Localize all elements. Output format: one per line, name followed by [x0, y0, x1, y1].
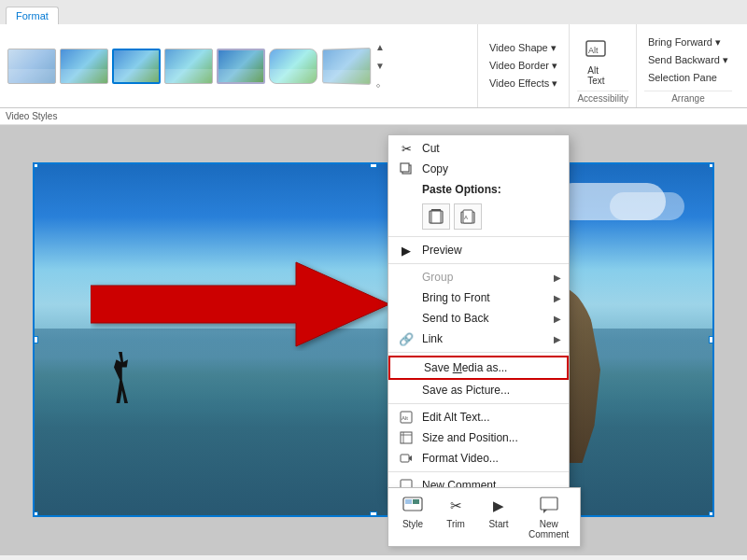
- group-icon: [398, 269, 415, 286]
- ctx-link[interactable]: 🔗 Link ▶: [388, 329, 569, 349]
- mini-toolbar: Style ✂ Trim ▶ Start NewComment: [388, 487, 581, 547]
- mini-start-label: Start: [488, 519, 508, 529]
- tab-format[interactable]: Format: [6, 7, 59, 24]
- ribbon-right: Video Shape ▾ Video Border ▾ Video Effec…: [477, 24, 740, 107]
- video-adjust-group: Video Shape ▾ Video Border ▾ Video Effec…: [477, 24, 569, 107]
- beach-background: [35, 164, 712, 515]
- video-container: [0, 125, 747, 554]
- ctx-divider-2: [388, 263, 569, 264]
- send-to-back-icon: [398, 310, 415, 327]
- paste-btn-1[interactable]: [422, 203, 450, 230]
- video-effects-btn[interactable]: Video Effects ▾: [486, 76, 561, 91]
- handle-top-left[interactable]: [33, 162, 38, 168]
- svg-rect-16: [401, 455, 409, 462]
- save-media-icon: [400, 359, 416, 376]
- handle-middle-left[interactable]: [33, 336, 38, 343]
- arrange-group: Bring Forward ▾ Send Backward ▾ Selectio…: [636, 24, 740, 107]
- mini-style-icon: [400, 495, 426, 517]
- save-as-picture-icon: [398, 382, 415, 399]
- handle-bottom-middle[interactable]: [370, 511, 377, 517]
- mini-start-btn[interactable]: ▶ Start: [482, 492, 515, 542]
- water: [35, 329, 712, 515]
- accessibility-group: Alt AltText Accessibility: [569, 24, 635, 107]
- video-styles-section: ▲ ▼ ⬦: [7, 24, 477, 107]
- accessibility-buttons: Alt AltText: [577, 28, 627, 91]
- video-style-thumb-4[interactable]: [164, 49, 213, 84]
- ctx-group[interactable]: Group ▶: [388, 267, 569, 287]
- handle-top-middle[interactable]: [370, 162, 377, 168]
- handle-middle-right[interactable]: [709, 336, 714, 343]
- bring-forward-btn[interactable]: Bring Forward ▾: [644, 35, 732, 50]
- video-style-thumb-3[interactable]: [112, 49, 161, 84]
- context-menu: ✂ Cut Copy Paste Options: A ▶ Preview: [388, 134, 570, 499]
- styles-scroll-down[interactable]: ▼: [375, 61, 385, 71]
- ctx-save-media-as[interactable]: Save Media as...: [388, 356, 569, 380]
- handle-top-right[interactable]: [709, 162, 714, 168]
- mini-style-btn[interactable]: Style: [396, 492, 430, 542]
- ctx-cut[interactable]: ✂ Cut: [388, 138, 569, 159]
- ribbon: ▲ ▼ ⬦ Video Shape ▾ Video Border ▾ Video…: [0, 24, 747, 108]
- video-styles-label: Video Styles: [6, 111, 57, 121]
- ctx-format-video[interactable]: Format Video...: [388, 448, 569, 469]
- paste-btn-2[interactable]: A: [454, 203, 482, 230]
- svg-rect-21: [405, 499, 412, 504]
- bring-forward-label: Bring Forward ▾: [648, 36, 721, 49]
- video-shape-btn[interactable]: Video Shape ▾: [486, 40, 561, 56]
- svg-text:Alt: Alt: [402, 415, 408, 421]
- svg-rect-23: [541, 497, 557, 510]
- mini-comment-icon: [536, 495, 562, 517]
- video-style-thumb-1[interactable]: [7, 49, 56, 84]
- video-border-btn[interactable]: Video Border ▾: [486, 58, 561, 74]
- mini-trim-label: Trim: [446, 519, 465, 529]
- ctx-divider-3: [388, 352, 569, 353]
- mini-trim-btn[interactable]: ✂ Trim: [439, 492, 472, 542]
- cut-icon: ✂: [398, 140, 415, 157]
- selection-pane-btn[interactable]: Selection Pane: [644, 70, 732, 85]
- ctx-paste-header: Paste Options:: [388, 179, 569, 200]
- video-adjust-buttons: Video Shape ▾ Video Border ▾ Video Effec…: [486, 28, 561, 104]
- video-styles-label-bar: Video Styles: [0, 108, 747, 125]
- handle-bottom-left[interactable]: [33, 511, 38, 517]
- svg-text:A: A: [464, 215, 468, 220]
- ctx-size-position[interactable]: Size and Position...: [388, 427, 569, 448]
- ctx-copy[interactable]: Copy: [388, 159, 569, 179]
- size-position-icon: [398, 429, 415, 446]
- ctx-save-as-picture[interactable]: Save as Picture...: [388, 380, 569, 400]
- edit-alt-text-icon: Alt: [398, 409, 415, 426]
- svg-marker-24: [543, 510, 547, 513]
- bring-to-front-icon: [398, 289, 415, 306]
- video-style-thumb-7[interactable]: [322, 48, 371, 85]
- video-shape-label: Video Shape ▾: [489, 42, 557, 54]
- arrange-label: Arrange: [644, 91, 732, 104]
- svg-marker-2: [91, 262, 389, 346]
- bring-to-front-arrow: ▶: [554, 293, 561, 303]
- styles-more[interactable]: ⬦: [375, 79, 385, 90]
- cloud-2: [610, 192, 684, 220]
- alt-text-btn[interactable]: Alt AltText: [577, 31, 614, 89]
- mini-comment-btn[interactable]: NewComment: [525, 492, 572, 542]
- accessibility-label: Accessibility: [577, 91, 627, 104]
- handle-bottom-right[interactable]: [709, 511, 714, 517]
- svg-rect-22: [413, 499, 419, 504]
- ctx-divider-1: [388, 236, 569, 237]
- mini-style-label: Style: [402, 519, 423, 529]
- ctx-bring-to-front[interactable]: Bring to Front ▶: [388, 287, 569, 308]
- arrange-buttons: Bring Forward ▾ Send Backward ▾ Selectio…: [644, 28, 732, 91]
- video-style-thumb-2[interactable]: [60, 49, 108, 84]
- send-backward-label: Send Backward ▾: [648, 54, 728, 66]
- send-backward-btn[interactable]: Send Backward ▾: [644, 52, 732, 68]
- svg-rect-7: [431, 211, 441, 223]
- svg-text:Alt: Alt: [588, 46, 599, 55]
- ctx-preview[interactable]: ▶ Preview: [388, 240, 569, 260]
- alt-text-label: AltText: [587, 65, 604, 86]
- video-frame[interactable]: [33, 162, 714, 517]
- video-style-thumb-5[interactable]: [217, 49, 265, 84]
- video-border-label: Video Border ▾: [489, 60, 557, 72]
- player-bar: ▶ ⏮ ⏭ 00:00.00 🔊: [0, 554, 747, 560]
- styles-scroll-up[interactable]: ▲: [375, 42, 385, 52]
- video-style-thumb-6[interactable]: [269, 49, 317, 84]
- selection-pane-label: Selection Pane: [648, 72, 717, 83]
- ctx-edit-alt-text[interactable]: Alt Edit Alt Text...: [388, 407, 569, 427]
- ctx-send-to-back[interactable]: Send to Back ▶: [388, 308, 569, 329]
- video-effects-label: Video Effects ▾: [489, 77, 557, 90]
